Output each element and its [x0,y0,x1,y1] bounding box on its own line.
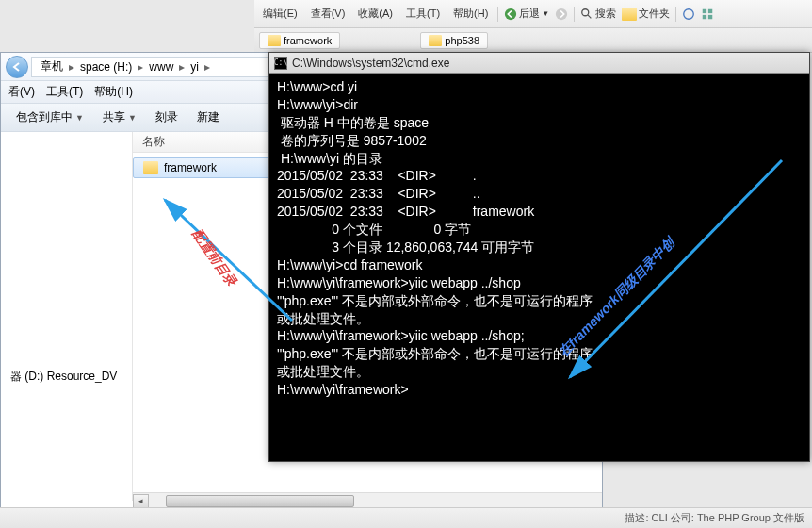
cmd-line: '"php.exe"' 不是内部或外部命令，也不是可运行的程序 [277,345,802,363]
dropdown-icon: ▼ [75,113,84,123]
scroll-thumb[interactable] [166,495,354,507]
cmd-output[interactable]: H:\www>cd yiH:\www\yi>dir 驱动器 H 中的卷是 spa… [269,74,809,404]
cmd-line: 驱动器 H 中的卷是 space [277,114,802,132]
folder-icon [143,161,158,174]
share-button[interactable]: 共享▼ [95,107,144,128]
cmd-line: 0 个文件 0 字节 [277,221,802,239]
menu-view[interactable]: 查看(V) [307,5,349,23]
tab-label: php538 [445,35,479,46]
cmd-line: H:\www\yi\framework>yiic webapp ../shop; [277,327,802,345]
back-arrow-icon [11,61,23,73]
cmd-line: H:\www\yi\framework> [277,381,802,399]
breadcrumb-segment[interactable]: space (H:) [76,60,136,74]
scroll-left-button[interactable]: ◂ [133,494,149,508]
tab-label: framework [284,35,332,46]
item-name: framework [164,161,217,174]
menu-view[interactable]: 看(V) [8,84,35,100]
cmd-line: H:\www\yi 的目录 [277,150,802,168]
search-icon [580,8,593,21]
cmd-title: C:\Windows\system32\cmd.exe [292,57,449,70]
folders-button[interactable]: 文件夹 [622,7,670,21]
include-in-library-button[interactable]: 包含到库中▼ [8,107,91,128]
separator [675,7,676,22]
svg-point-2 [582,8,589,15]
folder-icon [268,35,281,46]
cmd-line: H:\www>cd yi [277,78,802,96]
menu-tools[interactable]: 工具(T) [46,84,83,100]
chevron-right-icon: ▸ [136,60,145,74]
cmd-line: 2015/05/02 23:33 <DIR> framework [277,203,802,221]
cmd-line: '"php.exe"' 不是内部或外部命令，也不是可运行的程序 [277,292,802,310]
svg-line-3 [588,14,592,18]
cmd-line: 或批处理文件。 [277,363,802,381]
svg-rect-4 [703,8,706,12]
cmd-line: 2015/05/02 23:33 <DIR> .. [277,185,802,203]
forward-icon[interactable] [555,8,568,21]
tab-php538[interactable]: php538 [420,32,488,49]
search-button[interactable]: 搜索 [580,7,616,21]
breadcrumb-segment[interactable]: yi [187,60,203,74]
menu-tools[interactable]: 工具(T) [402,5,444,23]
tab-framework[interactable]: framework [259,32,340,49]
folder-icon [429,35,442,46]
cmd-line: 卷的序列号是 9857-1002 [277,132,802,150]
chevron-right-icon: ▸ [67,60,76,74]
navigation-tree: 器 (D:) Resource_DV [1,132,133,501]
cmd-line: H:\www\yi>dir [277,96,802,114]
menu-edit[interactable]: 编辑(E) [259,5,301,23]
svg-point-0 [505,8,516,19]
svg-rect-5 [708,8,712,12]
breadcrumb-segment[interactable]: www [145,60,177,74]
horizontal-scrollbar[interactable]: ◂ [133,492,602,508]
cmd-icon: C:\ [274,57,287,70]
cmd-line: 3 个目录 12,860,063,744 可用字节 [277,239,802,256]
back-button[interactable]: 后退 ▼ [504,7,549,21]
cmd-window: C:\ C:\Windows\system32\cmd.exe H:\www>c… [268,52,810,462]
dropdown-icon: ▼ [128,113,137,123]
chevron-right-icon: ▸ [203,60,212,74]
chevron-right-icon: ▸ [177,60,187,74]
svg-rect-7 [708,14,712,18]
folder-icon [622,8,637,21]
burn-button[interactable]: 刻录 [148,107,186,128]
menu-help[interactable]: 帮助(H) [449,5,492,23]
cmd-line: 2015/05/02 23:33 <DIR> . [277,167,802,185]
svg-rect-6 [703,14,706,18]
svg-point-1 [556,8,567,19]
back-arrow-icon [504,8,517,21]
separator [497,7,498,22]
separator [574,7,575,22]
status-text: 描述: CLI 公司: The PHP Group 文件版 [625,511,804,525]
tree-item-drive-d[interactable]: 器 (D:) Resource_DV [5,366,128,388]
address-tab-bar: framework php538 [254,28,812,53]
new-button[interactable]: 新建 [189,107,227,128]
cmd-line: H:\www\yi>cd framework [277,256,802,274]
breadcrumb-segment[interactable]: 章机 [37,58,67,74]
menu-help[interactable]: 帮助(H) [94,84,133,100]
back-button[interactable] [6,56,28,78]
grid-icon[interactable] [701,8,714,21]
menu-favorites[interactable]: 收藏(A) [354,5,397,23]
cmd-titlebar[interactable]: C:\ C:\Windows\system32\cmd.exe [269,53,809,74]
background-menu-bar: 编辑(E) 查看(V) 收藏(A) 工具(T) 帮助(H) 后退 ▼ 搜索 文件… [254,0,812,28]
sync-icon[interactable] [682,8,695,21]
cmd-line: 或批处理文件。 [277,310,802,328]
column-name[interactable]: 名称 [142,134,165,150]
cmd-line: H:\www\yi\framework>yiic webapp ../shop [277,274,802,292]
status-bar: 描述: CLI 公司: The PHP Group 文件版 [0,507,812,528]
